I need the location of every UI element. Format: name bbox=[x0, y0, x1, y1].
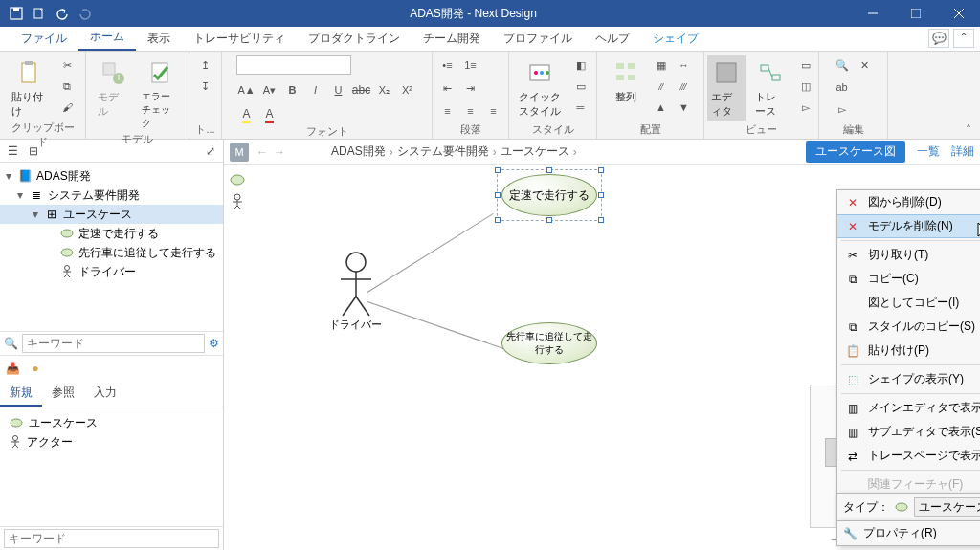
palette-icon1[interactable]: 📥 bbox=[4, 360, 21, 377]
strike-button[interactable]: abc bbox=[351, 80, 372, 99]
palette-tab-new[interactable]: 新規 bbox=[0, 381, 42, 407]
subscript-button[interactable]: X₂ bbox=[374, 80, 395, 99]
ctx-copy-as-image[interactable]: 図としてコピー(I) bbox=[837, 291, 980, 315]
new-icon[interactable] bbox=[29, 3, 50, 24]
ctx-show-trace-page[interactable]: ⇄トレースページで表示(W) bbox=[837, 444, 980, 468]
tree-leaf-1[interactable]: 定速で走行する bbox=[0, 224, 223, 243]
fill-color-icon[interactable]: ◧ bbox=[570, 55, 591, 75]
actor-shape[interactable]: ドライバー bbox=[329, 251, 382, 332]
trace-button[interactable]: トレース bbox=[751, 55, 790, 121]
align-left-icon[interactable]: ≡ bbox=[437, 101, 458, 121]
redo-icon[interactable] bbox=[75, 3, 96, 24]
filter-settings-icon[interactable]: ⚙ bbox=[209, 337, 219, 350]
ctx-property[interactable]: 🔧プロパティ(R) bbox=[836, 520, 980, 546]
align-button[interactable]: 整列 bbox=[607, 55, 645, 106]
palette-tab-ref[interactable]: 参照 bbox=[42, 381, 84, 407]
tree-filter-input[interactable] bbox=[22, 334, 205, 353]
tree-node-system[interactable]: ▾≣システム要件開発 bbox=[0, 186, 223, 205]
line-style-icon[interactable]: ═ bbox=[570, 98, 591, 117]
tab-file[interactable]: ファイル bbox=[10, 27, 78, 51]
maximize-button[interactable] bbox=[894, 0, 937, 27]
ctx-cut[interactable]: ✂切り取り(T) bbox=[837, 243, 980, 267]
error-check-button[interactable]: エラーチェック bbox=[138, 55, 181, 132]
tab-view[interactable]: 表示 bbox=[136, 27, 182, 51]
front-icon[interactable]: ▲ bbox=[651, 98, 672, 117]
line-color-icon[interactable]: ▭ bbox=[570, 77, 591, 96]
tab-shape[interactable]: シェイプ bbox=[641, 27, 710, 51]
outdent-icon[interactable]: ⇤ bbox=[437, 78, 458, 98]
indent-icon[interactable]: ⇥ bbox=[460, 78, 481, 98]
paste-button[interactable]: 貼り付け bbox=[8, 55, 51, 121]
canvas-palette-actor-icon[interactable] bbox=[231, 193, 244, 210]
align-right-icon[interactable]: ≡ bbox=[483, 101, 504, 121]
group-icon[interactable]: ⫽ bbox=[651, 77, 672, 96]
ctx-shape-display[interactable]: ⬚シェイプの表示(Y)▸ bbox=[837, 367, 980, 391]
feedback-icon[interactable]: 💬 bbox=[928, 29, 949, 48]
tab-team[interactable]: チーム開発 bbox=[412, 27, 492, 51]
undo-icon[interactable] bbox=[52, 3, 73, 24]
view-opt2-icon[interactable]: ◫ bbox=[795, 77, 816, 96]
distribute-icon[interactable]: ↔ bbox=[674, 55, 695, 75]
numbering-icon[interactable]: 1≡ bbox=[460, 55, 481, 75]
view-diagram-button[interactable]: ユースケース図 bbox=[806, 141, 905, 163]
canvas-palette-usecase-icon[interactable] bbox=[230, 174, 245, 186]
nav-back-icon[interactable]: ← bbox=[255, 145, 270, 159]
tab-productline[interactable]: プロダクトライン bbox=[297, 27, 412, 51]
usecase-shape-2[interactable]: 先行車に追従して走行する bbox=[501, 322, 597, 364]
ctx-copy[interactable]: ⧉コピー(C) bbox=[837, 267, 980, 291]
save-icon[interactable] bbox=[6, 3, 27, 24]
italic-button[interactable]: I bbox=[305, 80, 326, 99]
clear-icon[interactable]: ✕ bbox=[855, 55, 876, 75]
font-selector[interactable] bbox=[236, 55, 351, 75]
select-icon[interactable]: ▻ bbox=[832, 99, 853, 119]
ctx-delete-model[interactable]: ✕モデルを削除(N) bbox=[837, 214, 980, 238]
highlight-color-icon[interactable]: A bbox=[236, 105, 257, 124]
bold-button[interactable]: B bbox=[282, 80, 303, 99]
palette-tab-input[interactable]: 入力 bbox=[84, 381, 126, 407]
replace-icon[interactable]: ab bbox=[832, 77, 853, 97]
ungroup-icon[interactable]: ⫻ bbox=[674, 77, 695, 96]
tab-home[interactable]: ホーム bbox=[78, 25, 136, 51]
nav-fwd-icon[interactable]: → bbox=[272, 145, 287, 159]
minimize-button[interactable] bbox=[851, 0, 894, 27]
editor-button[interactable]: エディタ bbox=[707, 55, 746, 121]
tree-leaf-2[interactable]: 先行車に追従して走行する bbox=[0, 243, 223, 262]
filter-icon[interactable]: 🔍 bbox=[4, 337, 18, 350]
palette-item-usecase[interactable]: ユースケース bbox=[10, 413, 213, 432]
tab-help[interactable]: ヘルプ bbox=[584, 27, 641, 51]
tree-node-usecase[interactable]: ▾⊞ユースケース bbox=[0, 205, 223, 224]
collapse-ribbon-icon[interactable]: ˄ bbox=[953, 29, 974, 48]
superscript-button[interactable]: X² bbox=[397, 80, 418, 99]
ctx-show-sub-editor[interactable]: ▥サブエディタで表示(S) bbox=[837, 420, 980, 444]
ctx-remove-from-diagram[interactable]: ✕図から削除(D) bbox=[837, 190, 980, 214]
palette-filter-input[interactable] bbox=[4, 529, 219, 548]
ctx-copy-style[interactable]: ⧉スタイルのコピー(S) bbox=[837, 315, 980, 339]
tree-expand-icon[interactable]: ⤢ bbox=[202, 143, 219, 160]
crumb-0[interactable]: ADAS開発 bbox=[331, 143, 386, 160]
palette-icon2[interactable]: ● bbox=[27, 360, 44, 377]
back-icon[interactable]: ▼ bbox=[674, 98, 695, 117]
crumb-1[interactable]: システム要件開発 bbox=[397, 143, 489, 160]
tab-profile[interactable]: プロファイル bbox=[492, 27, 584, 51]
ribbon-collapse-icon[interactable]: ˄ bbox=[961, 123, 976, 137]
view-detail-link[interactable]: 詳細 bbox=[951, 143, 974, 160]
diagram-canvas[interactable]: ドライバー 定速で走行する 先行車に追従して走行する ✕図から削除(D) ✕モデ… bbox=[224, 165, 980, 550]
quick-style-button[interactable]: クイック スタイル bbox=[515, 55, 565, 121]
font-grow-icon[interactable]: A▲ bbox=[236, 80, 257, 99]
underline-button[interactable]: U bbox=[328, 80, 349, 99]
format-painter-icon[interactable]: 🖌 bbox=[56, 98, 78, 117]
tree-leaf-3[interactable]: ドライバー bbox=[0, 262, 223, 281]
copy-icon[interactable]: ⧉ bbox=[56, 77, 78, 96]
ctx-type-select[interactable]: ユースケース bbox=[914, 497, 980, 517]
bullets-icon[interactable]: •≡ bbox=[437, 55, 458, 75]
ctx-show-main-editor[interactable]: ▥メインエディタで表示(M) bbox=[837, 396, 980, 420]
cut-icon[interactable]: ✂ bbox=[56, 55, 78, 75]
ctx-paste[interactable]: 📋貼り付け(P) bbox=[837, 339, 980, 363]
model-button[interactable]: + モデル bbox=[94, 55, 132, 121]
trace-up-icon[interactable]: ↥ bbox=[195, 55, 216, 75]
align-center-icon[interactable]: ≡ bbox=[460, 101, 481, 121]
close-button[interactable] bbox=[937, 0, 980, 27]
find-icon[interactable]: 🔍 bbox=[832, 55, 853, 75]
tab-traceability[interactable]: トレーサビリティ bbox=[182, 27, 297, 51]
pointer-icon[interactable]: ▻ bbox=[795, 98, 816, 117]
